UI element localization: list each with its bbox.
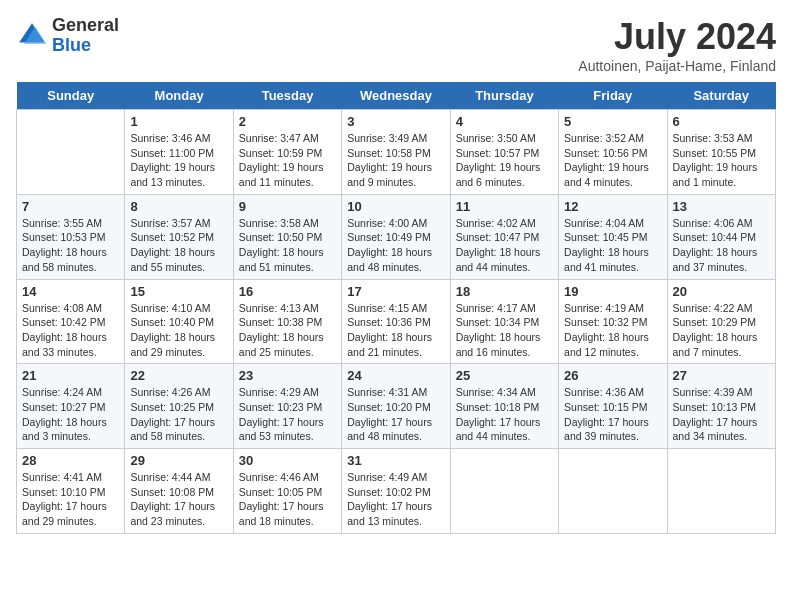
sunset-text: Sunset: 10:02 PM <box>347 485 444 500</box>
sunset-text: Sunset: 10:59 PM <box>239 146 336 161</box>
cell-info: Sunrise: 4:44 AM Sunset: 10:08 PM Daylig… <box>130 470 227 529</box>
cell-info: Sunrise: 4:39 AM Sunset: 10:13 PM Daylig… <box>673 385 770 444</box>
sunrise-text: Sunrise: 4:31 AM <box>347 385 444 400</box>
calendar-cell <box>17 110 125 195</box>
sunset-text: Sunset: 10:57 PM <box>456 146 553 161</box>
sunset-text: Sunset: 10:23 PM <box>239 400 336 415</box>
date-number: 24 <box>347 368 444 383</box>
date-number: 19 <box>564 284 661 299</box>
daylight-text: Daylight: 18 hours and 55 minutes. <box>130 245 227 274</box>
sunset-text: Sunset: 10:44 PM <box>673 230 770 245</box>
cell-info: Sunrise: 3:52 AM Sunset: 10:56 PM Daylig… <box>564 131 661 190</box>
date-number: 28 <box>22 453 119 468</box>
cell-info: Sunrise: 4:17 AM Sunset: 10:34 PM Daylig… <box>456 301 553 360</box>
calendar-cell: 8 Sunrise: 3:57 AM Sunset: 10:52 PM Dayl… <box>125 194 233 279</box>
calendar-cell: 21 Sunrise: 4:24 AM Sunset: 10:27 PM Day… <box>17 364 125 449</box>
daylight-text: Daylight: 19 hours and 13 minutes. <box>130 160 227 189</box>
cell-info: Sunrise: 4:46 AM Sunset: 10:05 PM Daylig… <box>239 470 336 529</box>
sunrise-text: Sunrise: 3:58 AM <box>239 216 336 231</box>
sunset-text: Sunset: 10:55 PM <box>673 146 770 161</box>
daylight-text: Daylight: 17 hours and 13 minutes. <box>347 499 444 528</box>
cell-info: Sunrise: 3:47 AM Sunset: 10:59 PM Daylig… <box>239 131 336 190</box>
date-number: 13 <box>673 199 770 214</box>
calendar-cell: 6 Sunrise: 3:53 AM Sunset: 10:55 PM Dayl… <box>667 110 775 195</box>
date-number: 12 <box>564 199 661 214</box>
date-number: 6 <box>673 114 770 129</box>
calendar-cell: 20 Sunrise: 4:22 AM Sunset: 10:29 PM Day… <box>667 279 775 364</box>
daylight-text: Daylight: 18 hours and 48 minutes. <box>347 245 444 274</box>
calendar-cell: 24 Sunrise: 4:31 AM Sunset: 10:20 PM Day… <box>342 364 450 449</box>
sunrise-text: Sunrise: 4:22 AM <box>673 301 770 316</box>
logo-icon <box>16 20 48 52</box>
cell-info: Sunrise: 4:36 AM Sunset: 10:15 PM Daylig… <box>564 385 661 444</box>
date-number: 5 <box>564 114 661 129</box>
daylight-text: Daylight: 18 hours and 44 minutes. <box>456 245 553 274</box>
day-header-sunday: Sunday <box>17 82 125 110</box>
calendar-cell: 11 Sunrise: 4:02 AM Sunset: 10:47 PM Day… <box>450 194 558 279</box>
sunrise-text: Sunrise: 3:57 AM <box>130 216 227 231</box>
date-number: 17 <box>347 284 444 299</box>
date-number: 10 <box>347 199 444 214</box>
calendar-cell: 5 Sunrise: 3:52 AM Sunset: 10:56 PM Dayl… <box>559 110 667 195</box>
calendar-cell: 30 Sunrise: 4:46 AM Sunset: 10:05 PM Day… <box>233 449 341 534</box>
sunset-text: Sunset: 10:34 PM <box>456 315 553 330</box>
calendar-cell <box>450 449 558 534</box>
week-row-4: 21 Sunrise: 4:24 AM Sunset: 10:27 PM Day… <box>17 364 776 449</box>
calendar-cell: 16 Sunrise: 4:13 AM Sunset: 10:38 PM Day… <box>233 279 341 364</box>
calendar-cell: 23 Sunrise: 4:29 AM Sunset: 10:23 PM Day… <box>233 364 341 449</box>
calendar-table: SundayMondayTuesdayWednesdayThursdayFrid… <box>16 82 776 534</box>
calendar-cell <box>667 449 775 534</box>
calendar-cell: 10 Sunrise: 4:00 AM Sunset: 10:49 PM Day… <box>342 194 450 279</box>
sunrise-text: Sunrise: 4:41 AM <box>22 470 119 485</box>
sunrise-text: Sunrise: 3:52 AM <box>564 131 661 146</box>
sunset-text: Sunset: 10:50 PM <box>239 230 336 245</box>
cell-info: Sunrise: 4:19 AM Sunset: 10:32 PM Daylig… <box>564 301 661 360</box>
sunset-text: Sunset: 10:08 PM <box>130 485 227 500</box>
daylight-text: Daylight: 19 hours and 1 minute. <box>673 160 770 189</box>
date-number: 11 <box>456 199 553 214</box>
cell-info: Sunrise: 4:04 AM Sunset: 10:45 PM Daylig… <box>564 216 661 275</box>
logo-general: General <box>52 16 119 36</box>
sunrise-text: Sunrise: 4:49 AM <box>347 470 444 485</box>
daylight-text: Daylight: 19 hours and 9 minutes. <box>347 160 444 189</box>
daylight-text: Daylight: 19 hours and 4 minutes. <box>564 160 661 189</box>
calendar-cell: 7 Sunrise: 3:55 AM Sunset: 10:53 PM Dayl… <box>17 194 125 279</box>
date-number: 15 <box>130 284 227 299</box>
calendar-cell: 25 Sunrise: 4:34 AM Sunset: 10:18 PM Day… <box>450 364 558 449</box>
calendar-cell: 28 Sunrise: 4:41 AM Sunset: 10:10 PM Day… <box>17 449 125 534</box>
sunset-text: Sunset: 10:15 PM <box>564 400 661 415</box>
sunrise-text: Sunrise: 4:29 AM <box>239 385 336 400</box>
daylight-text: Daylight: 18 hours and 58 minutes. <box>22 245 119 274</box>
cell-info: Sunrise: 4:29 AM Sunset: 10:23 PM Daylig… <box>239 385 336 444</box>
daylight-text: Daylight: 18 hours and 33 minutes. <box>22 330 119 359</box>
sunset-text: Sunset: 10:49 PM <box>347 230 444 245</box>
sunrise-text: Sunrise: 4:17 AM <box>456 301 553 316</box>
calendar-cell: 18 Sunrise: 4:17 AM Sunset: 10:34 PM Day… <box>450 279 558 364</box>
cell-info: Sunrise: 3:50 AM Sunset: 10:57 PM Daylig… <box>456 131 553 190</box>
cell-info: Sunrise: 4:13 AM Sunset: 10:38 PM Daylig… <box>239 301 336 360</box>
sunrise-text: Sunrise: 3:49 AM <box>347 131 444 146</box>
date-number: 20 <box>673 284 770 299</box>
day-header-saturday: Saturday <box>667 82 775 110</box>
calendar-cell: 14 Sunrise: 4:08 AM Sunset: 10:42 PM Day… <box>17 279 125 364</box>
daylight-text: Daylight: 18 hours and 7 minutes. <box>673 330 770 359</box>
calendar-cell: 2 Sunrise: 3:47 AM Sunset: 10:59 PM Dayl… <box>233 110 341 195</box>
cell-info: Sunrise: 4:49 AM Sunset: 10:02 PM Daylig… <box>347 470 444 529</box>
sunrise-text: Sunrise: 3:50 AM <box>456 131 553 146</box>
date-number: 1 <box>130 114 227 129</box>
sunrise-text: Sunrise: 4:36 AM <box>564 385 661 400</box>
logo-blue: Blue <box>52 36 119 56</box>
cell-info: Sunrise: 4:31 AM Sunset: 10:20 PM Daylig… <box>347 385 444 444</box>
daylight-text: Daylight: 17 hours and 53 minutes. <box>239 415 336 444</box>
date-number: 26 <box>564 368 661 383</box>
date-number: 14 <box>22 284 119 299</box>
date-number: 3 <box>347 114 444 129</box>
sunrise-text: Sunrise: 3:46 AM <box>130 131 227 146</box>
calendar-cell: 12 Sunrise: 4:04 AM Sunset: 10:45 PM Day… <box>559 194 667 279</box>
sunrise-text: Sunrise: 4:00 AM <box>347 216 444 231</box>
cell-info: Sunrise: 3:53 AM Sunset: 10:55 PM Daylig… <box>673 131 770 190</box>
title-block: July 2024 Auttoinen, Paijat-Hame, Finlan… <box>578 16 776 74</box>
sunrise-text: Sunrise: 4:04 AM <box>564 216 661 231</box>
date-number: 22 <box>130 368 227 383</box>
sunrise-text: Sunrise: 4:08 AM <box>22 301 119 316</box>
